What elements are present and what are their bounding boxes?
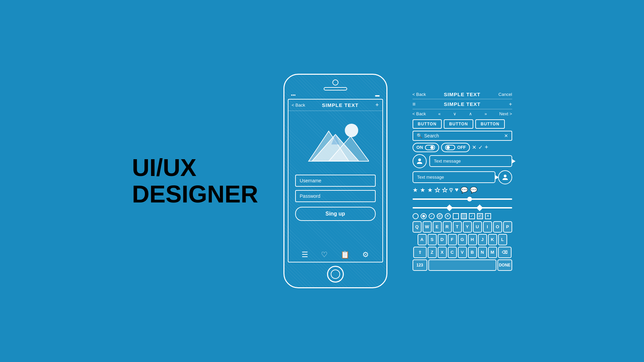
kit-check-square[interactable]: ✓	[469, 213, 475, 219]
key-f[interactable]: F	[448, 234, 457, 245]
key-x[interactable]: X	[438, 247, 447, 258]
heart-filled-icon[interactable]: ♥	[455, 186, 459, 193]
kit-menu-icon[interactable]: ≡	[413, 101, 416, 107]
key-v[interactable]: V	[458, 247, 467, 258]
kit-search-clear[interactable]: ✕	[504, 133, 508, 138]
key-t[interactable]: T	[453, 221, 462, 233]
key-k[interactable]: K	[488, 234, 497, 245]
settings-icon[interactable]: ⚙	[362, 250, 369, 259]
key-j[interactable]: J	[478, 234, 487, 245]
key-delete[interactable]: ⌫	[498, 247, 512, 258]
toggle-on-label: ON	[417, 145, 423, 150]
heart-icon[interactable]: ♡	[321, 250, 328, 259]
keyboard: Q W E R T Y U I O P A S D F G H J K	[413, 221, 512, 271]
key-s[interactable]: S	[428, 234, 437, 245]
kit-plus-icon: +	[485, 144, 488, 151]
signup-button[interactable]: Sing up	[295, 207, 376, 221]
notes-icon[interactable]: 📋	[340, 250, 350, 259]
menu-icon[interactable]: ☰	[302, 250, 308, 259]
star-5[interactable]: ★	[442, 186, 447, 194]
kit-nav2-title: SIMPLE TEXT	[444, 101, 480, 107]
key-i[interactable]: I	[483, 221, 492, 233]
kit-message-row2: Text message	[413, 170, 512, 184]
phone-battery: ▬	[375, 93, 380, 98]
phone-screen: < Back SIMPLE TEXT +	[288, 99, 383, 262]
key-u[interactable]: U	[473, 221, 482, 233]
phone-plus-button[interactable]: +	[375, 102, 379, 109]
kit-nav1-back[interactable]: < Back	[413, 92, 426, 97]
kit-sliders	[413, 196, 512, 211]
kit-toggle-row: ON OFF ✕ ✓ +	[413, 143, 512, 152]
kit-bubble-left[interactable]: Text message	[413, 171, 495, 183]
key-done[interactable]: DONE	[497, 259, 512, 271]
kit-button-1[interactable]: BUTTON	[413, 119, 442, 129]
kit-nav2-plus[interactable]: +	[509, 101, 512, 107]
kit-button-3[interactable]: BUTTON	[475, 119, 505, 129]
keyboard-row1: Q W E R T Y U I O P	[413, 221, 512, 233]
key-w[interactable]: W	[423, 221, 432, 233]
key-h[interactable]: H	[468, 234, 477, 245]
kit-check-circle-filled[interactable]: ✓	[437, 213, 443, 219]
kit-toggle-on[interactable]: ON	[413, 143, 439, 152]
star-1[interactable]: ★	[413, 186, 418, 194]
phone-status-bar: ▪▪▪ ▬	[288, 93, 383, 98]
kit-nav1-cancel[interactable]: Cancel	[498, 92, 512, 97]
slider-1[interactable]	[413, 198, 512, 200]
main-container: UI/UX DESIGNER ▪▪▪ ▬ < Back SIMPLE TEXT …	[0, 0, 644, 362]
kit-check-square-filled[interactable]: ✓	[477, 213, 483, 219]
username-field[interactable]: Username	[295, 175, 376, 187]
key-c[interactable]: C	[448, 247, 457, 258]
kit-check-circle[interactable]: ✓	[429, 213, 435, 219]
slider-2-thumb-left[interactable]	[446, 204, 453, 211]
phone-mockup: ▪▪▪ ▬ < Back SIMPLE TEXT +	[283, 74, 387, 288]
kit-x-square[interactable]: ✕	[485, 213, 491, 219]
star-2[interactable]: ★	[420, 186, 425, 194]
key-l[interactable]: L	[498, 234, 507, 245]
slider-1-thumb[interactable]	[467, 197, 472, 201]
key-o[interactable]: O	[493, 221, 502, 233]
key-shift[interactable]: ⇧	[413, 247, 427, 258]
kit-search-bar[interactable]: 🔍 Search ✕	[413, 131, 512, 141]
key-space[interactable]	[428, 259, 496, 271]
key-123[interactable]: 123	[413, 259, 427, 271]
key-a[interactable]: A	[418, 234, 427, 245]
kit-toggle-off[interactable]: OFF	[441, 143, 470, 152]
key-r[interactable]: R	[443, 221, 452, 233]
key-p[interactable]: P	[503, 221, 512, 233]
key-d[interactable]: D	[438, 234, 447, 245]
kit-nav3-nextnext[interactable]: »	[484, 111, 487, 116]
key-q[interactable]: Q	[413, 221, 422, 233]
key-y[interactable]: Y	[463, 221, 472, 233]
kit-nav3-prevprev[interactable]: «	[438, 111, 441, 116]
kit-button-2[interactable]: BUTTON	[444, 119, 473, 129]
phone-back-button[interactable]: < Back	[292, 103, 305, 108]
slider-2-thumb-right[interactable]	[476, 204, 483, 211]
kit-nav3-back[interactable]: < Back	[413, 111, 426, 116]
kit-nav3-next[interactable]: Next >	[499, 111, 512, 116]
kit-square-empty[interactable]	[453, 213, 459, 219]
key-m[interactable]: M	[488, 247, 497, 258]
phone-home-button[interactable]	[327, 266, 344, 283]
kit-radio-filled[interactable]	[421, 213, 427, 219]
key-g[interactable]: G	[458, 234, 467, 245]
star-4[interactable]: ★	[435, 186, 440, 194]
kit-nav3-down[interactable]: ∨	[453, 111, 457, 116]
bubble-filled-icon[interactable]: 💬	[470, 186, 477, 194]
key-n[interactable]: N	[478, 247, 487, 258]
key-z[interactable]: Z	[428, 247, 437, 258]
bubble-empty-icon[interactable]: 💬	[461, 186, 468, 194]
kit-x-circle[interactable]: ✕	[445, 213, 451, 219]
slider-2[interactable]	[413, 207, 512, 208]
star-3[interactable]: ★	[427, 186, 433, 194]
key-b[interactable]: B	[468, 247, 477, 258]
key-e[interactable]: E	[433, 221, 442, 233]
phone-top	[284, 75, 386, 93]
kit-square-filled[interactable]	[461, 213, 467, 219]
kit-bubble-right[interactable]: Text message	[429, 155, 512, 167]
heart-empty-icon[interactable]: ♥	[449, 186, 453, 193]
password-field[interactable]: Password	[295, 190, 376, 202]
kit-checkboxes-row: ✓ ✓ ✕ ✓ ✓ ✕	[413, 213, 512, 219]
kit-radio-empty[interactable]	[413, 213, 419, 219]
keyboard-row4: 123 DONE	[413, 259, 512, 271]
kit-nav3-up[interactable]: ∧	[469, 111, 472, 116]
